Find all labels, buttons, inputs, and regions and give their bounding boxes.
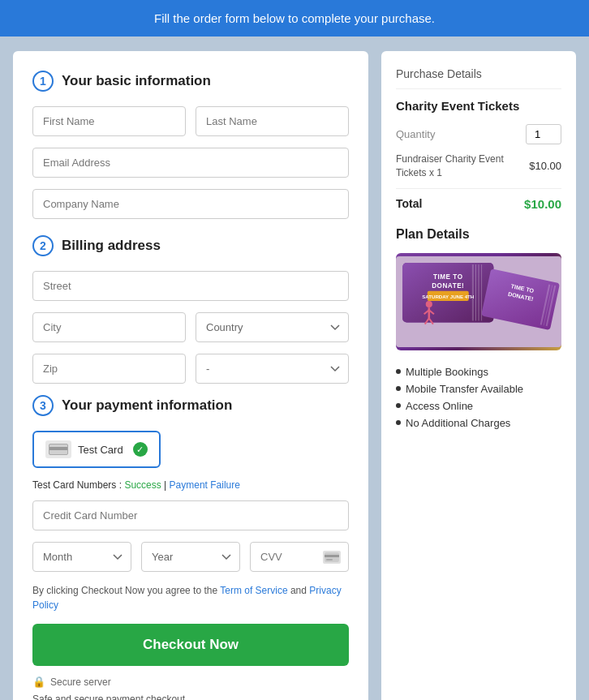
last-name-input[interactable] <box>196 106 349 136</box>
safe-text: Safe and secure payment checkout. <box>32 691 349 700</box>
secure-label: Secure server <box>50 676 111 688</box>
street-field <box>32 271 349 301</box>
left-panel: 1 Your basic information <box>13 51 368 700</box>
card-option[interactable]: Test Card ✓ <box>32 431 161 468</box>
right-panel: Purchase Details Charity Event Tickets Q… <box>381 51 576 700</box>
bullet-icon <box>396 420 401 425</box>
section2-title-row: 2 Billing address <box>32 235 349 256</box>
svg-text:DONATE!: DONATE! <box>432 281 464 289</box>
city-input[interactable] <box>32 312 186 342</box>
year-field: Year 2024 2025 <box>141 542 240 572</box>
ticket-price: $10.00 <box>529 160 561 172</box>
month-select[interactable]: Month January February March <box>32 542 131 572</box>
cvv-card-icon <box>323 551 341 564</box>
section3-title: Your payment information <box>62 397 232 414</box>
section1-title: Your basic information <box>62 73 211 89</box>
total-label: Total <box>396 197 422 210</box>
failure-link[interactable]: Payment Failure <box>170 479 240 491</box>
last-name-field <box>196 106 349 136</box>
pipe-separator: | <box>164 479 166 491</box>
svg-rect-12 <box>478 264 479 320</box>
lock-icon: 🔒 <box>32 676 45 688</box>
cc-number-row <box>32 500 349 530</box>
quantity-input[interactable] <box>526 124 561 144</box>
state-field: - <box>196 354 349 384</box>
company-field <box>32 189 349 219</box>
event-title: Charity Event Tickets <box>396 99 561 113</box>
country-select[interactable]: Country United States United Kingdom Can… <box>196 312 349 342</box>
month-field: Month January February March <box>32 542 131 572</box>
cc-number-input[interactable] <box>32 500 349 530</box>
company-input[interactable] <box>32 189 349 219</box>
success-link[interactable]: Success <box>124 479 161 491</box>
street-input[interactable] <box>32 271 349 301</box>
email-input[interactable] <box>32 148 349 178</box>
section1-header: 1 Your basic information <box>32 71 349 92</box>
tos-text: By clicking Checkout Now you agree to th… <box>32 583 349 612</box>
top-banner: Fill the order form below to complete yo… <box>0 0 589 37</box>
card-check-icon: ✓ <box>133 442 148 457</box>
first-name-input[interactable] <box>32 106 186 136</box>
section2-title: Billing address <box>62 238 161 254</box>
company-row <box>32 189 349 219</box>
street-row <box>32 271 349 301</box>
ticket-image: TIME TO DONATE! SATURDAY JUNE 4TH <box>396 253 561 350</box>
section2-header: 2 Billing address <box>32 235 349 256</box>
section3-title-row: 3 Your payment information <box>32 395 349 416</box>
list-item: Access Online <box>396 397 561 414</box>
state-select[interactable]: - <box>196 354 349 384</box>
card-icon-stripe <box>49 447 67 450</box>
year-select[interactable]: Year 2024 2025 <box>141 542 240 572</box>
section2-number: 2 <box>32 235 54 256</box>
month-year-cvv-row: Month January February March Year 2024 2… <box>32 542 349 572</box>
ticket-description: Fundraiser Charity EventTickets x 1 <box>396 152 504 180</box>
city-field <box>32 312 186 342</box>
tos-and: and <box>290 585 309 596</box>
card-label: Test Card <box>78 444 123 456</box>
plan-features-list: Multiple Bookings Mobile Transfer Availa… <box>396 363 561 432</box>
svg-point-14 <box>426 301 432 307</box>
email-field <box>32 148 349 178</box>
tos-link[interactable]: Term of Service <box>220 585 287 596</box>
bullet-icon <box>396 369 401 374</box>
svg-rect-11 <box>475 264 476 320</box>
checkout-button[interactable]: Checkout Now <box>32 624 349 666</box>
purchase-details-title: Purchase Details <box>396 67 561 89</box>
section3-header: 3 Your payment information <box>32 395 349 416</box>
first-name-field <box>32 106 186 136</box>
bullet-icon <box>396 386 401 391</box>
feature-text: Multiple Bookings <box>406 366 488 378</box>
secure-row: 🔒 Secure server <box>32 676 349 688</box>
ticket-row: Fundraiser Charity EventTickets x 1 $10.… <box>396 152 561 180</box>
svg-rect-2 <box>326 559 333 560</box>
city-country-row: Country United States United Kingdom Can… <box>32 312 349 342</box>
section3-number: 3 <box>32 395 54 416</box>
list-item: Multiple Bookings <box>396 363 561 380</box>
cc-number-field <box>32 500 349 530</box>
svg-rect-1 <box>325 555 339 557</box>
test-card-label: Test Card Numbers : <box>32 479 124 491</box>
svg-text:TIME TO: TIME TO <box>433 273 463 281</box>
bullet-icon <box>396 403 401 408</box>
section1-number: 1 <box>32 71 54 92</box>
page-wrapper: Fill the order form below to complete yo… <box>0 0 589 700</box>
card-icon <box>45 440 71 458</box>
email-row <box>32 148 349 178</box>
cvv-field <box>250 542 349 572</box>
main-content: 1 Your basic information <box>0 37 589 700</box>
cvv-card-svg <box>325 552 339 562</box>
feature-text: Mobile Transfer Available <box>406 383 523 395</box>
total-amount: $10.00 <box>524 197 561 211</box>
list-item: Mobile Transfer Available <box>396 380 561 397</box>
country-field: Country United States United Kingdom Can… <box>196 312 349 342</box>
feature-text: Access Online <box>406 400 473 412</box>
total-row: Total $10.00 <box>396 188 561 211</box>
quantity-row: Quantity <box>396 124 561 144</box>
list-item: No Additional Charges <box>396 414 561 432</box>
zip-input[interactable] <box>32 354 186 384</box>
ticket-svg: TIME TO DONATE! SATURDAY JUNE 4TH <box>396 253 561 350</box>
plan-details-title: Plan Details <box>396 227 561 242</box>
svg-text:SATURDAY JUNE 4TH: SATURDAY JUNE 4TH <box>422 294 474 299</box>
card-icon-inner <box>49 444 68 455</box>
svg-rect-10 <box>472 264 474 320</box>
